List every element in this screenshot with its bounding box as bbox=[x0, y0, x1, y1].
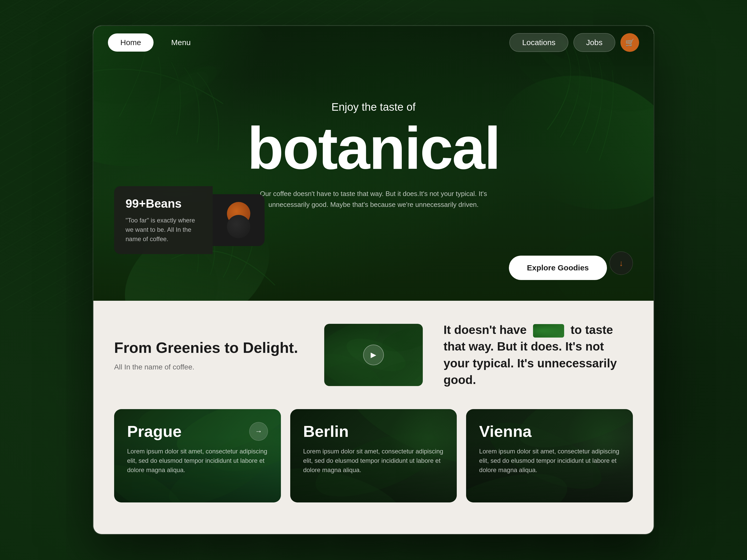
section-title: From Greenies to Delight. bbox=[114, 339, 304, 357]
coffee-circles-visual bbox=[223, 202, 254, 238]
beans-card: 99+Beans "Too far" is exactly where we w… bbox=[114, 186, 264, 254]
berlin-desc: Lorem ipsum dolor sit amet, consectetur … bbox=[303, 447, 444, 489]
vienna-card-content: Vienna Lorem ipsum dolor sit amet, conse… bbox=[466, 409, 633, 502]
nav-menu[interactable]: Menu bbox=[159, 33, 203, 52]
nav-home[interactable]: Home bbox=[108, 33, 154, 52]
prague-name: Prague bbox=[127, 422, 268, 441]
text-before-leaf: It doesn't have bbox=[443, 323, 526, 337]
content-right-text: It doesn't have to taste that way. But i… bbox=[443, 321, 633, 389]
cities-section: Prague Lorem ipsum dolor sit amet, conse… bbox=[93, 404, 654, 523]
content-section: From Greenies to Delight. All In the nam… bbox=[93, 301, 654, 404]
vienna-name: Vienna bbox=[479, 422, 620, 441]
leaf-image-inline bbox=[533, 324, 564, 338]
vienna-desc: Lorem ipsum dolor sit amet, consectetur … bbox=[479, 447, 620, 489]
coffee-bean-dark bbox=[227, 215, 250, 238]
scroll-down-button[interactable]: ↓ bbox=[610, 251, 633, 275]
browser-window: Home Menu Locations Jobs 🛒 Enjoy the tas… bbox=[93, 26, 654, 534]
hero-subtitle: Enjoy the taste of bbox=[247, 101, 500, 113]
hero-title: botanical bbox=[247, 118, 500, 178]
scroll-down-icon: ↓ bbox=[619, 259, 623, 268]
prague-desc: Lorem ipsum dolor sit amet, consectetur … bbox=[127, 447, 268, 489]
play-button[interactable]: ▶ bbox=[363, 345, 384, 365]
navbar: Home Menu Locations Jobs 🛒 bbox=[93, 26, 654, 59]
beans-image bbox=[213, 194, 264, 246]
beans-info: 99+Beans "Too far" is exactly where we w… bbox=[114, 186, 213, 254]
beans-number: 99+Beans bbox=[126, 196, 201, 211]
city-card-vienna[interactable]: Vienna Lorem ipsum dolor sit amet, conse… bbox=[466, 409, 633, 502]
berlin-card-content: Berlin Lorem ipsum dolor sit amet, conse… bbox=[290, 409, 457, 502]
nav-jobs[interactable]: Jobs bbox=[573, 33, 615, 52]
beans-quote: "Too far" is exactly where we want to be… bbox=[126, 216, 201, 244]
explore-goodies-button[interactable]: Explore Goodies bbox=[509, 256, 607, 280]
hero-description: Our coffee doesn't have to taste that wa… bbox=[257, 188, 490, 210]
cart-icon: 🛒 bbox=[625, 38, 635, 47]
prague-arrow[interactable]: → bbox=[249, 422, 268, 441]
nav-locations[interactable]: Locations bbox=[509, 33, 568, 52]
hero-section: Home Menu Locations Jobs 🛒 Enjoy the tas… bbox=[93, 26, 654, 301]
city-card-berlin[interactable]: Berlin Lorem ipsum dolor sit amet, conse… bbox=[290, 409, 457, 502]
svg-point-1 bbox=[145, 58, 223, 124]
svg-point-2 bbox=[165, 53, 229, 102]
content-right: It doesn't have to taste that way. But i… bbox=[443, 321, 633, 389]
content-left: From Greenies to Delight. All In the nam… bbox=[114, 339, 304, 371]
section-subtitle: All In the name of coffee. bbox=[114, 363, 304, 371]
city-card-prague[interactable]: Prague Lorem ipsum dolor sit amet, conse… bbox=[114, 409, 281, 502]
hero-content: Enjoy the taste of botanical Our coffee … bbox=[221, 101, 526, 210]
svg-point-0 bbox=[126, 62, 217, 145]
cart-button[interactable]: 🛒 bbox=[620, 33, 639, 52]
berlin-name: Berlin bbox=[303, 422, 444, 441]
video-thumbnail[interactable]: ▶ bbox=[324, 324, 423, 386]
